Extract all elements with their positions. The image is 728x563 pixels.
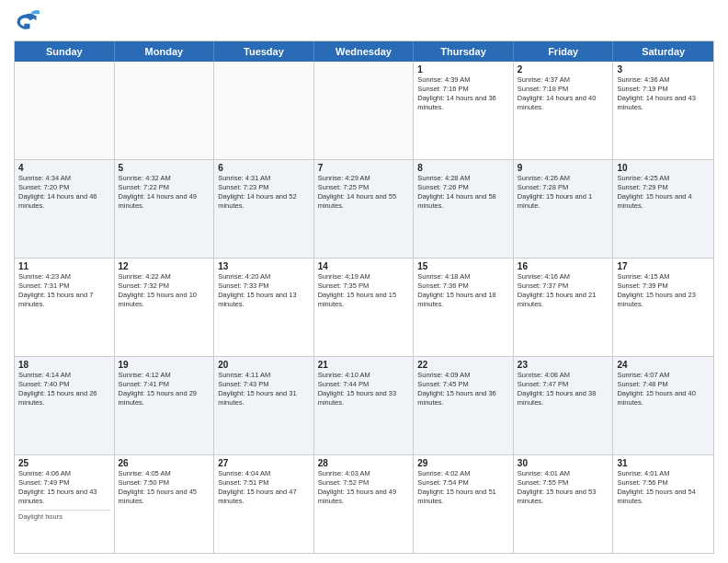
- day-cell-19: 19Sunrise: 4:12 AM Sunset: 7:41 PM Dayli…: [115, 357, 215, 454]
- day-cell-5: 5Sunrise: 4:32 AM Sunset: 7:22 PM Daylig…: [115, 160, 215, 258]
- day-number-12: 12: [119, 261, 210, 271]
- day-cell-7: 7Sunrise: 4:29 AM Sunset: 7:25 PM Daylig…: [314, 160, 415, 258]
- calendar-header: Sunday Monday Tuesday Wednesday Thursday…: [15, 41, 713, 62]
- day-number-31: 31: [617, 458, 710, 468]
- day-number-13: 13: [218, 261, 310, 271]
- day-number-16: 16: [518, 261, 609, 271]
- day-cell-1: 1Sunrise: 4:39 AM Sunset: 7:16 PM Daylig…: [414, 62, 514, 159]
- day-info-5: Sunrise: 4:32 AM Sunset: 7:22 PM Dayligh…: [119, 174, 210, 212]
- day-cell-25: 25Sunrise: 4:06 AM Sunset: 7:49 PM Dayli…: [15, 455, 115, 553]
- daylight-hours-label: Daylight hours: [18, 510, 110, 521]
- day-info-8: Sunrise: 4:28 AM Sunset: 7:26 PM Dayligh…: [417, 174, 509, 212]
- day-info-16: Sunrise: 4:16 AM Sunset: 7:37 PM Dayligh…: [518, 272, 609, 310]
- calendar-body: 1Sunrise: 4:39 AM Sunset: 7:16 PM Daylig…: [15, 62, 713, 553]
- day-info-10: Sunrise: 4:25 AM Sunset: 7:29 PM Dayligh…: [617, 174, 710, 212]
- logo: [14, 9, 43, 35]
- day-info-15: Sunrise: 4:18 AM Sunset: 7:36 PM Dayligh…: [417, 272, 509, 310]
- day-info-7: Sunrise: 4:29 AM Sunset: 7:25 PM Dayligh…: [318, 174, 410, 212]
- page: Sunday Monday Tuesday Wednesday Thursday…: [0, 0, 728, 563]
- day-number-17: 17: [617, 261, 710, 271]
- header-monday: Monday: [115, 41, 215, 62]
- day-cell-12: 12Sunrise: 4:22 AM Sunset: 7:32 PM Dayli…: [115, 259, 215, 356]
- day-info-11: Sunrise: 4:23 AM Sunset: 7:31 PM Dayligh…: [18, 272, 110, 310]
- day-cell-31: 31Sunrise: 4:01 AM Sunset: 7:56 PM Dayli…: [613, 455, 713, 553]
- day-cell-30: 30Sunrise: 4:01 AM Sunset: 7:55 PM Dayli…: [514, 455, 614, 553]
- day-cell-2: 2Sunrise: 4:37 AM Sunset: 7:18 PM Daylig…: [514, 62, 614, 159]
- day-number-9: 9: [518, 163, 609, 173]
- day-number-10: 10: [617, 163, 710, 173]
- day-number-7: 7: [318, 163, 410, 173]
- day-cell-4: 4Sunrise: 4:34 AM Sunset: 7:20 PM Daylig…: [15, 160, 115, 258]
- day-cell-18: 18Sunrise: 4:14 AM Sunset: 7:40 PM Dayli…: [15, 357, 115, 454]
- day-info-2: Sunrise: 4:37 AM Sunset: 7:18 PM Dayligh…: [518, 75, 609, 113]
- week-row-2: 4Sunrise: 4:34 AM Sunset: 7:20 PM Daylig…: [15, 160, 713, 259]
- day-number-30: 30: [518, 458, 609, 468]
- empty-cell-w0-d3: [314, 62, 415, 159]
- day-number-24: 24: [617, 360, 710, 370]
- day-info-27: Sunrise: 4:04 AM Sunset: 7:51 PM Dayligh…: [218, 469, 310, 507]
- day-info-14: Sunrise: 4:19 AM Sunset: 7:35 PM Dayligh…: [318, 272, 410, 310]
- day-info-22: Sunrise: 4:09 AM Sunset: 7:45 PM Dayligh…: [417, 371, 509, 408]
- day-info-26: Sunrise: 4:05 AM Sunset: 7:50 PM Dayligh…: [119, 469, 210, 507]
- empty-cell-w0-d2: [214, 62, 314, 159]
- day-number-6: 6: [218, 163, 310, 173]
- day-info-30: Sunrise: 4:01 AM Sunset: 7:55 PM Dayligh…: [518, 469, 609, 507]
- day-number-2: 2: [518, 64, 609, 75]
- day-cell-11: 11Sunrise: 4:23 AM Sunset: 7:31 PM Dayli…: [15, 259, 115, 356]
- calendar: Sunday Monday Tuesday Wednesday Thursday…: [14, 40, 714, 554]
- day-number-1: 1: [417, 64, 509, 75]
- day-number-8: 8: [417, 163, 509, 173]
- day-number-18: 18: [18, 360, 110, 370]
- day-number-11: 11: [18, 261, 110, 271]
- day-cell-28: 28Sunrise: 4:03 AM Sunset: 7:52 PM Dayli…: [314, 455, 415, 553]
- day-number-3: 3: [617, 64, 710, 75]
- day-info-18: Sunrise: 4:14 AM Sunset: 7:40 PM Dayligh…: [18, 371, 110, 408]
- day-cell-3: 3Sunrise: 4:36 AM Sunset: 7:19 PM Daylig…: [613, 62, 713, 159]
- day-cell-24: 24Sunrise: 4:07 AM Sunset: 7:48 PM Dayli…: [613, 357, 713, 454]
- day-info-1: Sunrise: 4:39 AM Sunset: 7:16 PM Dayligh…: [417, 75, 509, 113]
- day-info-12: Sunrise: 4:22 AM Sunset: 7:32 PM Dayligh…: [119, 272, 210, 310]
- day-number-22: 22: [417, 360, 509, 370]
- day-info-31: Sunrise: 4:01 AM Sunset: 7:56 PM Dayligh…: [617, 469, 710, 507]
- day-cell-20: 20Sunrise: 4:11 AM Sunset: 7:43 PM Dayli…: [214, 357, 314, 454]
- day-number-19: 19: [119, 360, 210, 370]
- day-cell-21: 21Sunrise: 4:10 AM Sunset: 7:44 PM Dayli…: [314, 357, 415, 454]
- day-number-28: 28: [318, 458, 410, 468]
- week-row-4: 18Sunrise: 4:14 AM Sunset: 7:40 PM Dayli…: [15, 357, 713, 455]
- day-cell-14: 14Sunrise: 4:19 AM Sunset: 7:35 PM Dayli…: [314, 259, 415, 356]
- header: [14, 9, 714, 35]
- day-number-5: 5: [119, 163, 210, 173]
- day-number-21: 21: [318, 360, 410, 370]
- day-number-14: 14: [318, 261, 410, 271]
- day-info-9: Sunrise: 4:26 AM Sunset: 7:28 PM Dayligh…: [518, 174, 609, 212]
- day-cell-22: 22Sunrise: 4:09 AM Sunset: 7:45 PM Dayli…: [414, 357, 514, 454]
- day-cell-13: 13Sunrise: 4:20 AM Sunset: 7:33 PM Dayli…: [214, 259, 314, 356]
- day-info-29: Sunrise: 4:02 AM Sunset: 7:54 PM Dayligh…: [417, 469, 509, 507]
- day-cell-16: 16Sunrise: 4:16 AM Sunset: 7:37 PM Dayli…: [514, 259, 614, 356]
- week-row-5: 25Sunrise: 4:06 AM Sunset: 7:49 PM Dayli…: [15, 455, 713, 553]
- day-info-21: Sunrise: 4:10 AM Sunset: 7:44 PM Dayligh…: [318, 371, 410, 408]
- day-number-20: 20: [218, 360, 310, 370]
- day-info-23: Sunrise: 4:08 AM Sunset: 7:47 PM Dayligh…: [518, 371, 609, 408]
- day-cell-27: 27Sunrise: 4:04 AM Sunset: 7:51 PM Dayli…: [214, 455, 314, 553]
- day-cell-8: 8Sunrise: 4:28 AM Sunset: 7:26 PM Daylig…: [414, 160, 514, 258]
- header-friday: Friday: [514, 41, 614, 62]
- day-cell-9: 9Sunrise: 4:26 AM Sunset: 7:28 PM Daylig…: [514, 160, 614, 258]
- day-number-26: 26: [119, 458, 210, 468]
- day-cell-10: 10Sunrise: 4:25 AM Sunset: 7:29 PM Dayli…: [613, 160, 713, 258]
- header-saturday: Saturday: [613, 41, 713, 62]
- day-number-29: 29: [417, 458, 509, 468]
- header-thursday: Thursday: [414, 41, 514, 62]
- week-row-1: 1Sunrise: 4:39 AM Sunset: 7:16 PM Daylig…: [15, 62, 713, 160]
- day-info-3: Sunrise: 4:36 AM Sunset: 7:19 PM Dayligh…: [617, 75, 710, 113]
- header-tuesday: Tuesday: [214, 41, 314, 62]
- header-sunday: Sunday: [15, 41, 115, 62]
- day-info-20: Sunrise: 4:11 AM Sunset: 7:43 PM Dayligh…: [218, 371, 310, 408]
- day-cell-15: 15Sunrise: 4:18 AM Sunset: 7:36 PM Dayli…: [414, 259, 514, 356]
- empty-cell-w0-d1: [115, 62, 215, 159]
- day-info-6: Sunrise: 4:31 AM Sunset: 7:23 PM Dayligh…: [218, 174, 310, 212]
- day-info-4: Sunrise: 4:34 AM Sunset: 7:20 PM Dayligh…: [18, 174, 110, 212]
- header-wednesday: Wednesday: [314, 41, 415, 62]
- day-number-4: 4: [18, 163, 110, 173]
- day-cell-23: 23Sunrise: 4:08 AM Sunset: 7:47 PM Dayli…: [514, 357, 614, 454]
